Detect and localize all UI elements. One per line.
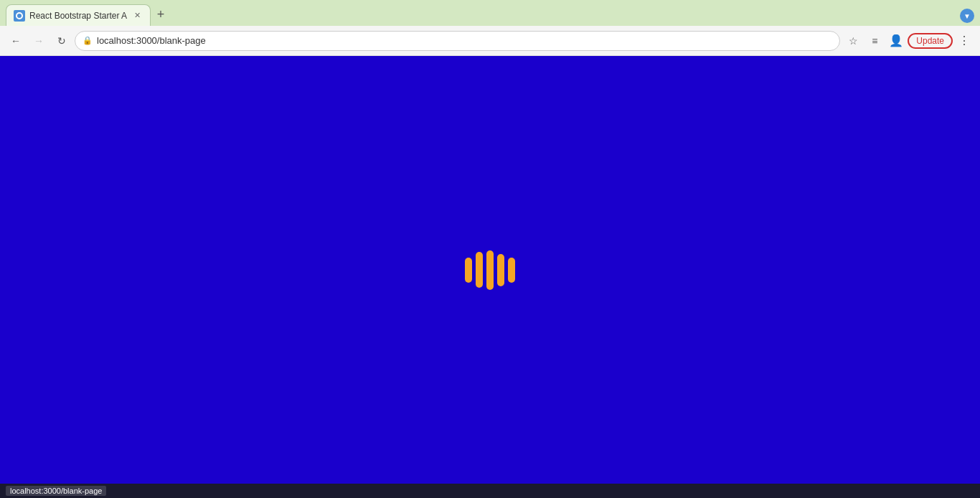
page-content bbox=[0, 56, 980, 484]
new-tab-button[interactable]: + bbox=[151, 4, 171, 24]
tab-close-button[interactable]: ✕ bbox=[131, 10, 143, 22]
star-icon: ☆ bbox=[849, 35, 858, 47]
profile-icon: ▼ bbox=[963, 12, 971, 20]
update-button[interactable]: Update bbox=[908, 33, 953, 49]
loading-bar-3 bbox=[486, 250, 494, 290]
tab-title: React Bootstrap Starter A bbox=[29, 11, 127, 21]
back-button[interactable]: ← bbox=[6, 31, 26, 51]
toolbar-icons: ☆ ≡ 👤 Update ⋮ bbox=[843, 31, 974, 51]
lock-icon: 🔒 bbox=[83, 36, 93, 45]
loading-bar-1 bbox=[465, 258, 472, 283]
loading-bar-5 bbox=[508, 258, 515, 283]
reload-button[interactable]: ↻ bbox=[52, 31, 72, 51]
address-bar: ← → ↻ 🔒 localhost:3000/blank-page ☆ ≡ 👤 … bbox=[0, 26, 980, 56]
profile-avatar[interactable]: ▼ bbox=[960, 9, 974, 23]
browser-menu-button[interactable]: ⋮ bbox=[954, 31, 974, 51]
tabs-icon: ≡ bbox=[872, 35, 877, 47]
status-text: localhost:3000/blank-page bbox=[6, 486, 106, 496]
address-bar-input[interactable]: 🔒 localhost:3000/blank-page bbox=[75, 31, 840, 51]
loading-spinner bbox=[465, 248, 515, 291]
tab-search-button[interactable]: ≡ bbox=[864, 31, 885, 51]
tab-bar-controls: ▼ bbox=[960, 9, 974, 26]
active-tab[interactable]: React Bootstrap Starter A ✕ bbox=[6, 4, 151, 26]
forward-button[interactable]: → bbox=[29, 31, 49, 51]
browser-window: React Bootstrap Starter A ✕ + ▼ ← → ↻ 🔒 … bbox=[0, 0, 980, 498]
tab-bar: React Bootstrap Starter A ✕ + ▼ bbox=[0, 0, 980, 26]
loading-bar-4 bbox=[497, 254, 504, 286]
profile-button[interactable]: 👤 bbox=[886, 31, 906, 51]
status-bar: localhost:3000/blank-page bbox=[0, 484, 980, 498]
tab-favicon bbox=[14, 10, 25, 22]
account-icon: 👤 bbox=[889, 34, 903, 47]
dots-icon: ⋮ bbox=[958, 34, 970, 47]
url-text: localhost:3000/blank-page bbox=[97, 35, 832, 46]
bookmark-button[interactable]: ☆ bbox=[843, 31, 863, 51]
loading-bar-2 bbox=[476, 252, 483, 288]
